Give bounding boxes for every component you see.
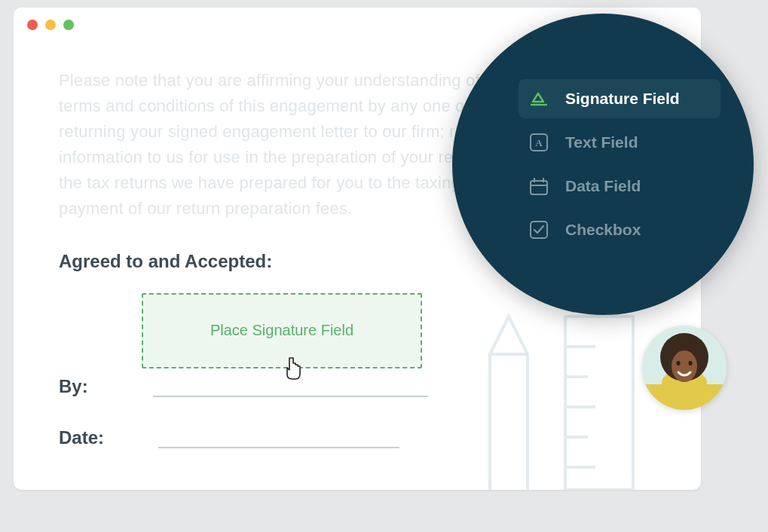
palette-item-label: Signature Field [565,90,680,108]
text-field-icon: A [529,133,549,152]
palette-item-text-field[interactable]: A Text Field [519,123,721,162]
checkbox-icon [529,220,549,240]
svg-point-20 [677,361,681,365]
by-label: By: [59,376,88,397]
svg-rect-14 [531,222,547,238]
palette-item-checkbox[interactable]: Checkbox [519,210,721,249]
svg-point-19 [672,350,697,382]
maximize-window-button[interactable] [63,20,74,30]
palette-item-label: Checkbox [565,221,641,239]
svg-rect-10 [531,181,547,194]
signature-field-placeholder[interactable]: Place Signature Field [142,293,422,368]
field-type-palette: Signature Field A Text Field Data Field [452,14,754,315]
avatar[interactable] [642,326,727,410]
palette-item-label: Data Field [565,177,641,195]
data-field-icon [529,176,549,196]
palette-item-label: Text Field [565,133,638,151]
window-controls [27,20,74,30]
palette-item-data-field[interactable]: Data Field [519,167,721,206]
palette-item-signature-field[interactable]: Signature Field [519,79,721,118]
date-input-line[interactable] [158,430,399,448]
signature-icon [529,89,549,109]
date-field-row: Date: [59,427,656,448]
by-input-line[interactable] [153,379,428,397]
close-window-button[interactable] [27,20,38,30]
svg-text:A: A [535,137,543,148]
by-field-row: By: [59,376,656,397]
minimize-window-button[interactable] [45,20,56,30]
date-label: Date: [59,427,104,448]
svg-point-21 [689,361,693,365]
signature-placeholder-label: Place Signature Field [210,322,353,339]
